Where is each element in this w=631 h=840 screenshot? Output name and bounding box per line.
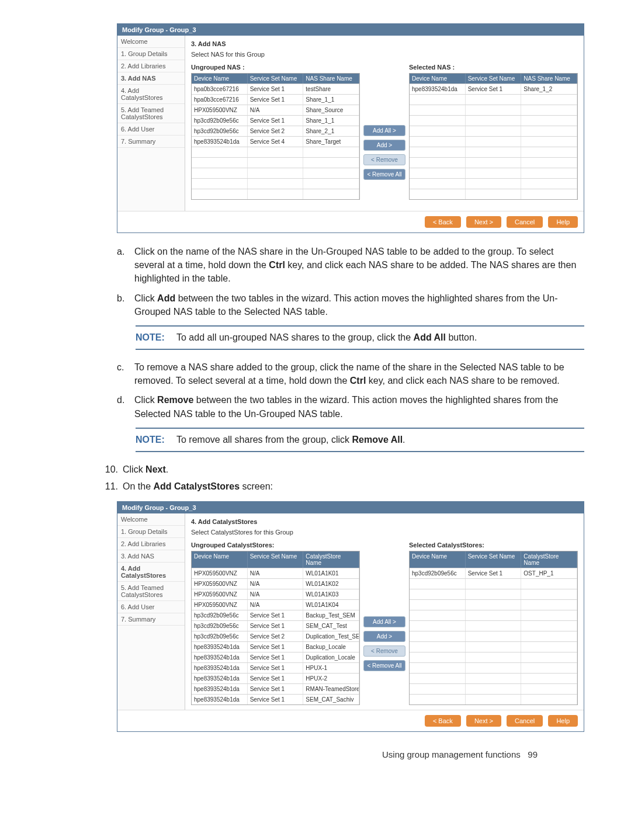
table-row[interactable]	[410, 673, 577, 683]
sidebar-item[interactable]: 6. Add User	[117, 601, 185, 613]
sidebar-item[interactable]: 5. Add Teamed CatalystStores	[117, 104, 185, 123]
table-row[interactable]: hpa0b3cce67216Service Set 1testShare	[192, 84, 359, 94]
column-header[interactable]: Service Set Name	[466, 551, 522, 568]
sidebar-item[interactable]: 5. Add Teamed CatalystStores	[117, 582, 185, 601]
table-row[interactable]	[192, 178, 359, 189]
column-header[interactable]: Device Name	[410, 74, 466, 84]
help-button[interactable]: Help	[548, 216, 578, 228]
add-button[interactable]: Add >	[363, 631, 405, 642]
cancel-button[interactable]: Cancel	[507, 216, 543, 228]
column-header[interactable]: CatalystStore Name	[303, 551, 359, 568]
table-row[interactable]	[410, 589, 577, 599]
column-header[interactable]: CatalystStore Name	[521, 551, 577, 568]
sidebar-item[interactable]: 7. Summary	[117, 136, 185, 148]
sidebar-item[interactable]: Welcome	[117, 36, 185, 48]
column-header[interactable]: NAS Share Name	[521, 74, 577, 84]
ungrouped-table[interactable]: Device NameService Set NameNAS Share Nam…	[191, 73, 360, 200]
help-button[interactable]: Help	[548, 715, 578, 727]
add-all-button[interactable]: Add All >	[363, 125, 405, 136]
back-button[interactable]: < Back	[425, 715, 461, 727]
table-row[interactable]	[410, 105, 577, 115]
table-row[interactable]	[410, 652, 577, 662]
table-row[interactable]	[410, 157, 577, 168]
ungrouped-heading: Ungrouped NAS :	[191, 64, 360, 71]
table-row[interactable]	[410, 94, 577, 105]
table-row[interactable]: hpe8393524b1daService Set 1Backup_Locale	[192, 641, 359, 652]
table-row[interactable]	[410, 694, 577, 704]
table-row[interactable]	[410, 147, 577, 157]
table-row[interactable]: hpe8393524b1daService Set 4Share_Target	[192, 136, 359, 147]
table-row[interactable]	[410, 126, 577, 136]
sidebar-item[interactable]: 3. Add NAS	[117, 72, 185, 85]
table-row[interactable]: hpe8393524b1daService Set 1Share_1_2	[410, 84, 577, 94]
table-row[interactable]: HPX059500VNZN/AWL01A1K02	[192, 578, 359, 589]
add-all-button[interactable]: Add All >	[363, 616, 405, 627]
column-header[interactable]: Device Name	[410, 551, 466, 568]
sidebar-item[interactable]: 6. Add User	[117, 123, 185, 136]
table-row[interactable]: hp3cd92b09e56cService Set 1OST_HP_1	[410, 568, 577, 578]
add-button[interactable]: Add >	[363, 140, 405, 151]
table-row[interactable]	[410, 599, 577, 610]
table-row[interactable]	[192, 168, 359, 178]
table-row[interactable]: hp3cd92b09e56cService Set 2Share_2_1	[192, 126, 359, 136]
sidebar-item[interactable]: 4. Add CatalystStores	[117, 85, 185, 104]
table-row[interactable]	[192, 157, 359, 168]
table-row[interactable]: hp3cd92b09e56cService Set 2Duplication_T…	[192, 631, 359, 641]
table-row[interactable]	[410, 662, 577, 673]
ungrouped-table[interactable]: Device NameService Set NameCatalystStore…	[191, 551, 360, 705]
table-row[interactable]	[410, 631, 577, 641]
table-row[interactable]	[410, 578, 577, 589]
table-row[interactable]	[410, 115, 577, 126]
column-header[interactable]: Device Name	[192, 551, 248, 568]
sidebar-item[interactable]: 1. Group Details	[117, 526, 185, 538]
table-row[interactable]: hpe8393524b1daService Set 1SEM_CAT_Sachi…	[192, 694, 359, 704]
table-row[interactable]	[192, 147, 359, 157]
transfer-buttons: Add All > Add > < Remove < Remove All	[363, 542, 405, 705]
sidebar-item[interactable]: 7. Summary	[117, 613, 185, 626]
back-button[interactable]: < Back	[425, 216, 461, 228]
table-row[interactable]	[410, 178, 577, 189]
sidebar-item[interactable]: 2. Add Libraries	[117, 60, 185, 72]
table-row[interactable]	[410, 683, 577, 694]
selected-table[interactable]: Device NameService Set NameNAS Share Nam…	[409, 73, 578, 200]
table-row[interactable]: hp3cd92b09e56cService Set 1Share_1_1	[192, 115, 359, 126]
table-row[interactable]: HPX059500VNZN/AShare_Source	[192, 105, 359, 115]
table-row[interactable]: HPX059500VNZN/AWL01A1K03	[192, 589, 359, 599]
table-row[interactable]	[410, 189, 577, 199]
next-button[interactable]: Next >	[466, 216, 501, 228]
selected-table[interactable]: Device NameService Set NameCatalystStore…	[409, 551, 578, 705]
remove-button[interactable]: < Remove	[363, 645, 405, 657]
sidebar-item[interactable]: 2. Add Libraries	[117, 538, 185, 550]
sidebar-item[interactable]: 1. Group Details	[117, 48, 185, 60]
selected-heading: Selected CatalystStores:	[409, 542, 578, 549]
table-row[interactable]	[192, 189, 359, 199]
table-row[interactable]: hpe8393524b1daService Set 1Duplication_L…	[192, 652, 359, 662]
column-header[interactable]: NAS Share Name	[303, 74, 359, 84]
table-row[interactable]	[410, 620, 577, 631]
table-row[interactable]	[410, 136, 577, 147]
remove-all-button[interactable]: < Remove All	[363, 660, 405, 671]
table-row[interactable]: hpe8393524b1daService Set 1HPUX-1	[192, 662, 359, 673]
column-header[interactable]: Service Set Name	[466, 74, 522, 84]
table-row[interactable]: hp3cd92b09e56cService Set 1SEM_CAT_Test	[192, 620, 359, 631]
remove-all-button[interactable]: < Remove All	[363, 169, 405, 180]
table-row[interactable]: hpe8393524b1daService Set 1RMAN-TeamedSt…	[192, 683, 359, 694]
next-button[interactable]: Next >	[466, 715, 501, 727]
cancel-button[interactable]: Cancel	[507, 715, 543, 727]
step-label: 4. Add CatalystStores	[191, 518, 578, 525]
table-row[interactable]: HPX059500VNZN/AWL01A1K04	[192, 599, 359, 610]
table-row[interactable]: HPX059500VNZN/AWL01A1K01	[192, 568, 359, 578]
table-row[interactable]	[410, 610, 577, 620]
table-row[interactable]: hp3cd92b09e56cService Set 1Backup_Test_S…	[192, 610, 359, 620]
sidebar-item[interactable]: Welcome	[117, 513, 185, 526]
sidebar-item[interactable]: 3. Add NAS	[117, 550, 185, 563]
column-header[interactable]: Device Name	[192, 74, 248, 84]
column-header[interactable]: Service Set Name	[248, 551, 304, 568]
remove-button[interactable]: < Remove	[363, 154, 405, 165]
column-header[interactable]: Service Set Name	[248, 74, 304, 84]
sidebar-item[interactable]: 4. Add CatalystStores	[117, 563, 185, 582]
table-row[interactable]	[410, 641, 577, 652]
table-row[interactable]	[410, 168, 577, 178]
table-row[interactable]: hpa0b3cce67216Service Set 1Share_1_1	[192, 94, 359, 105]
table-row[interactable]: hpe8393524b1daService Set 1HPUX-2	[192, 673, 359, 683]
